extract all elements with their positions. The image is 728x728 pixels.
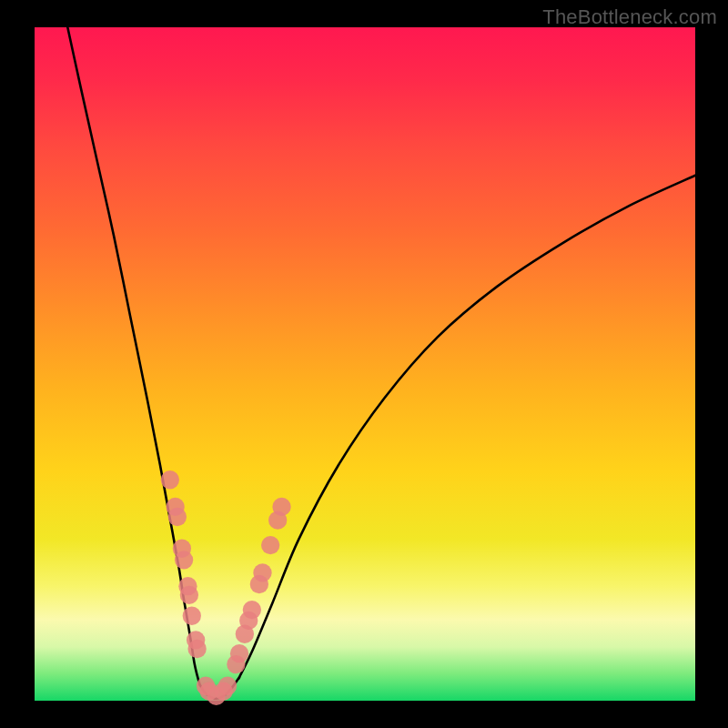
data-marker — [187, 640, 206, 658]
data-marker — [168, 508, 187, 526]
chart-svg — [35, 27, 695, 701]
data-marker — [243, 601, 261, 619]
curve-path — [67, 27, 695, 699]
data-marker — [218, 677, 237, 695]
data-marker — [175, 551, 193, 569]
data-marker — [253, 563, 271, 581]
data-marker — [180, 586, 198, 604]
chart-frame: TheBottleneck.com — [0, 0, 728, 728]
data-marker — [261, 536, 279, 554]
data-marker — [161, 470, 179, 489]
data-marker — [230, 644, 248, 662]
watermark-label: TheBottleneck.com — [542, 5, 717, 29]
data-marker — [272, 498, 290, 516]
marker-cluster — [161, 470, 291, 705]
plot-area — [35, 27, 695, 701]
bottleneck-curve — [67, 27, 695, 699]
data-marker — [183, 607, 201, 625]
